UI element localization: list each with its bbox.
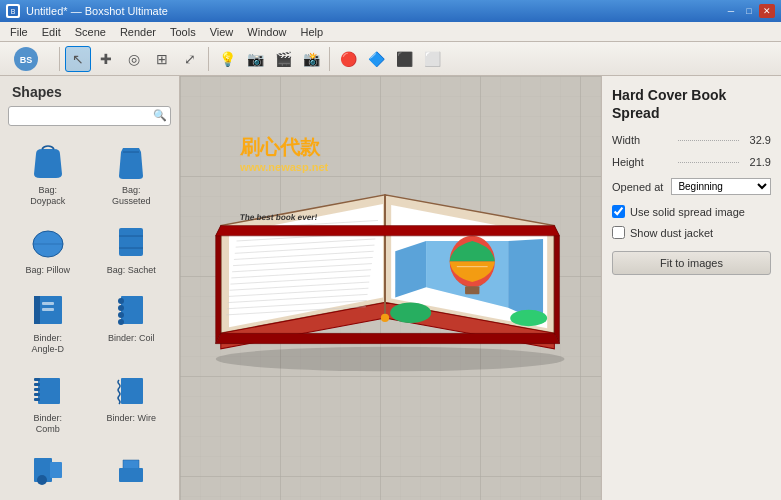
add-button[interactable]: ✚ xyxy=(93,46,119,72)
bag-gusseted-icon xyxy=(110,141,152,183)
svg-rect-25 xyxy=(34,398,40,401)
window-controls[interactable]: ─ □ ✕ xyxy=(723,4,775,18)
use-solid-spread-row: Use solid spread image xyxy=(612,205,771,218)
binder-angled-label: Binder:Angle-D xyxy=(31,333,64,355)
minimize-button[interactable]: ─ xyxy=(723,4,739,18)
extra-shape-2-icon xyxy=(110,449,152,491)
app-icon: B xyxy=(6,4,20,18)
svg-rect-15 xyxy=(121,296,143,324)
svg-rect-28 xyxy=(50,462,62,478)
bag-sachet-icon xyxy=(110,221,152,263)
show-dust-jacket-label: Show dust jacket xyxy=(630,227,713,239)
binder-comb-icon xyxy=(27,369,69,411)
menubar: File Edit Scene Render Tools View Window… xyxy=(0,22,781,42)
fit-to-images-button[interactable]: Fit to images xyxy=(612,251,771,275)
shape-bag-gusseted[interactable]: Bag:Gusseted xyxy=(92,136,172,212)
shape-binder-wire[interactable]: Binder: Wire xyxy=(92,364,172,440)
height-dots xyxy=(678,162,740,163)
svg-text:The best book ever!: The best book ever! xyxy=(239,214,318,223)
svg-point-19 xyxy=(118,319,124,325)
panel-title: Hard Cover Book Spread xyxy=(612,86,771,122)
search-container: 🔍 xyxy=(8,106,171,126)
svg-rect-26 xyxy=(121,378,143,404)
camera-button[interactable]: 📷 xyxy=(242,46,268,72)
binder-angled-icon xyxy=(27,289,69,331)
maximize-button[interactable]: □ xyxy=(741,4,757,18)
menu-edit[interactable]: Edit xyxy=(36,24,67,40)
menu-file[interactable]: File xyxy=(4,24,34,40)
grid-button[interactable]: ⊞ xyxy=(149,46,175,72)
svg-rect-12 xyxy=(34,296,40,324)
shape-binder-angled[interactable]: Binder:Angle-D xyxy=(8,284,88,360)
bag-pillow-label: Bag: Pillow xyxy=(25,265,70,276)
extra-shape-1-icon xyxy=(27,449,69,491)
height-label: Height xyxy=(612,156,674,168)
bag-pillow-icon xyxy=(27,221,69,263)
opened-at-select[interactable]: Beginning Middle End xyxy=(671,178,771,195)
render-button[interactable]: 🔴 xyxy=(335,46,361,72)
menu-scene[interactable]: Scene xyxy=(69,24,112,40)
sidebar-title: Shapes xyxy=(0,76,179,106)
svg-rect-21 xyxy=(34,378,40,381)
shape-extra-1[interactable] xyxy=(8,444,88,498)
shape-binder-coil[interactable]: Binder: Coil xyxy=(92,284,172,360)
shapes-grid: Bag:Doypack Bag:Gusseted xyxy=(0,132,179,500)
svg-point-18 xyxy=(118,312,124,318)
svg-rect-13 xyxy=(42,302,54,305)
frame-button[interactable]: ⤢ xyxy=(177,46,203,72)
svg-rect-23 xyxy=(34,388,40,391)
svg-rect-24 xyxy=(34,393,40,396)
menu-tools[interactable]: Tools xyxy=(164,24,202,40)
use-solid-spread-checkbox[interactable] xyxy=(612,205,625,218)
svg-text:BS: BS xyxy=(20,55,33,65)
right-panel: Hard Cover Book Spread Width 32.9 Height… xyxy=(601,76,781,500)
search-input[interactable] xyxy=(8,106,171,126)
menu-view[interactable]: View xyxy=(204,24,240,40)
shape-bag-sachet[interactable]: Bag: Sachet xyxy=(92,216,172,281)
bag-doypack-icon xyxy=(27,141,69,183)
viewport[interactable]: 刷心代款 www.newasp.net xyxy=(180,76,601,500)
video-button[interactable]: 🎬 xyxy=(270,46,296,72)
svg-rect-14 xyxy=(42,308,54,311)
svg-point-64 xyxy=(390,303,431,324)
close-button[interactable]: ✕ xyxy=(759,4,775,18)
menu-help[interactable]: Help xyxy=(294,24,329,40)
select-tool-button[interactable]: ↖ xyxy=(65,46,91,72)
window-title: Untitled* — Boxshot Ultimate xyxy=(26,5,168,17)
titlebar: B Untitled* — Boxshot Ultimate ─ □ ✕ xyxy=(0,0,781,22)
bag-sachet-label: Bag: Sachet xyxy=(107,265,156,276)
shape-bag-doypack[interactable]: Bag:Doypack xyxy=(8,136,88,212)
show-dust-jacket-row: Show dust jacket xyxy=(612,226,771,239)
use-solid-spread-label: Use solid spread image xyxy=(630,206,745,218)
width-value: 32.9 xyxy=(743,134,771,146)
shape-binder-comb[interactable]: Binder:Comb xyxy=(8,364,88,440)
binder-coil-label: Binder: Coil xyxy=(108,333,155,344)
svg-point-65 xyxy=(510,310,547,326)
svg-text:B: B xyxy=(11,8,16,15)
opened-at-label: Opened at xyxy=(612,181,663,193)
show-dust-jacket-checkbox[interactable] xyxy=(612,226,625,239)
toolbar-sep-3 xyxy=(329,47,330,71)
shape-bag-pillow[interactable]: Bag: Pillow xyxy=(8,216,88,281)
light-button[interactable]: 💡 xyxy=(214,46,240,72)
settings-button[interactable]: ⬜ xyxy=(419,46,445,72)
svg-rect-22 xyxy=(34,383,40,386)
material-button[interactable]: 🔷 xyxy=(363,46,389,72)
svg-rect-30 xyxy=(119,468,143,482)
svg-marker-70 xyxy=(216,226,560,236)
export-button[interactable]: ⬛ xyxy=(391,46,417,72)
toolbar: BS ↖ ✚ ◎ ⊞ ⤢ 💡 📷 🎬 📸 🔴 🔷 ⬛ ⬜ xyxy=(0,42,781,76)
menu-render[interactable]: Render xyxy=(114,24,162,40)
orbit-button[interactable]: ◎ xyxy=(121,46,147,72)
svg-point-29 xyxy=(37,475,47,485)
svg-point-17 xyxy=(118,305,124,311)
width-row: Width 32.9 xyxy=(612,134,771,146)
binder-wire-icon xyxy=(110,369,152,411)
menu-window[interactable]: Window xyxy=(241,24,292,40)
snapshot-button[interactable]: 📸 xyxy=(298,46,324,72)
svg-point-16 xyxy=(118,298,124,304)
main-content: Shapes 🔍 Bag:Doypack xyxy=(0,76,781,500)
toolbar-sep-2 xyxy=(208,47,209,71)
svg-point-33 xyxy=(216,347,565,372)
shape-extra-2[interactable] xyxy=(92,444,172,498)
